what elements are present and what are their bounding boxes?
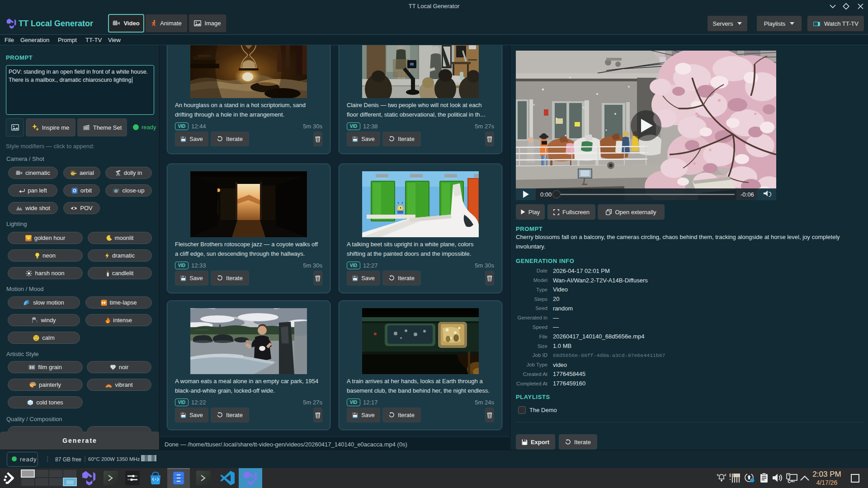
svg-text:-0:06: -0:06 (741, 191, 754, 198)
svg-text:0:00: 0:00 (540, 191, 552, 198)
